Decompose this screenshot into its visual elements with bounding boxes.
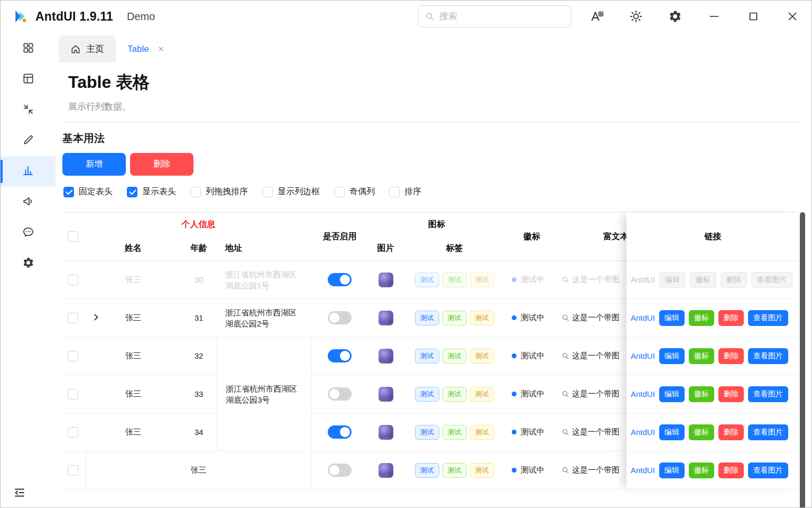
tag-gold: 测试 <box>470 349 494 364</box>
search-input[interactable] <box>439 11 565 22</box>
sidebar-item-dashboard[interactable] <box>1 33 56 64</box>
checkbox-checked-icon[interactable] <box>127 187 137 197</box>
enabled-switch[interactable] <box>328 425 352 439</box>
option-fixed-header[interactable]: 固定表头 <box>63 186 113 197</box>
select-cell <box>60 413 86 451</box>
view-image-button[interactable]: 查看图片 <box>751 272 792 288</box>
theme-light-icon[interactable] <box>624 5 648 28</box>
personal-info-group: 个人信息 姓名 年龄 地址 <box>86 213 311 260</box>
row-checkbox[interactable] <box>68 465 78 476</box>
badge-button[interactable]: 徽标 <box>689 348 714 364</box>
sidebar-item-layout[interactable] <box>1 64 56 95</box>
option-sort[interactable]: 排序 <box>389 186 421 197</box>
checkbox-icon[interactable] <box>190 187 201 197</box>
tab-close-icon[interactable] <box>158 46 164 52</box>
tab-table[interactable]: Table <box>116 35 176 62</box>
antdui-link[interactable]: AntdUI <box>631 428 655 437</box>
view-image-button[interactable]: 查看图片 <box>748 348 788 364</box>
tags-cell: 测试 测试 测试 <box>403 413 505 451</box>
row-checkbox[interactable] <box>68 427 78 438</box>
enabled-switch[interactable] <box>328 311 352 324</box>
edit-icon <box>22 134 34 148</box>
tag-green: 测试 <box>442 311 467 325</box>
row-checkbox[interactable] <box>68 351 78 361</box>
antdui-link[interactable]: AntdUI <box>631 275 655 284</box>
checkbox-icon[interactable] <box>262 187 273 197</box>
edit-button[interactable]: 编辑 <box>659 310 685 326</box>
sidebar-item-settings[interactable] <box>1 248 56 279</box>
checkbox-icon[interactable] <box>389 187 400 197</box>
delete-button[interactable]: 删除 <box>130 153 193 176</box>
delete-row-button[interactable]: 删除 <box>718 424 744 440</box>
add-button[interactable]: 新增 <box>62 153 126 176</box>
enabled-switch[interactable] <box>328 273 352 286</box>
minimize-button[interactable] <box>703 5 726 28</box>
app-subtitle: Demo <box>127 11 155 23</box>
edit-button[interactable]: 编辑 <box>659 348 685 364</box>
delete-row-button[interactable]: 删除 <box>718 348 744 364</box>
tag-blue: 测试 <box>415 273 439 287</box>
checkbox-icon[interactable] <box>334 187 345 197</box>
delete-row-button[interactable]: 删除 <box>718 310 744 326</box>
antdui-link[interactable]: AntdUI <box>631 389 655 398</box>
badge-button[interactable]: 徽标 <box>689 386 714 402</box>
tab-home[interactable]: 主页 <box>59 35 116 62</box>
enabled-switch[interactable] <box>328 349 352 362</box>
checkbox-checked-icon[interactable] <box>63 187 74 197</box>
badge-cell: 测试中 <box>505 299 558 337</box>
menu-collapse-button[interactable] <box>1 480 56 507</box>
tag-green: 测试 <box>442 425 467 440</box>
badge-button[interactable]: 徽标 <box>689 462 714 478</box>
select-all-checkbox[interactable] <box>68 231 78 242</box>
view-image-button[interactable]: 查看图片 <box>748 424 788 440</box>
edit-button[interactable]: 编辑 <box>659 272 686 288</box>
antdui-link[interactable]: AntdUI <box>631 351 655 360</box>
enabled-cell <box>311 451 368 489</box>
view-image-button[interactable]: 查看图片 <box>748 386 788 402</box>
bar-chart-icon <box>22 164 34 179</box>
expand-chevron-icon[interactable] <box>91 313 100 323</box>
font-size-icon[interactable] <box>585 5 608 28</box>
delete-row-button[interactable]: 删除 <box>718 462 744 478</box>
delete-row-button[interactable]: 删除 <box>718 386 744 402</box>
enabled-switch[interactable] <box>328 387 352 401</box>
sidebar-item-edit[interactable] <box>1 125 56 156</box>
close-button[interactable] <box>781 5 804 28</box>
edit-button[interactable]: 编辑 <box>659 386 685 402</box>
vertical-scrollbar[interactable] <box>800 212 805 507</box>
view-image-button[interactable]: 查看图片 <box>748 462 788 478</box>
edit-button[interactable]: 编辑 <box>659 424 685 440</box>
links-cell: AntdUI 编辑 徽标 删除 查看图片 <box>626 413 799 451</box>
gear-icon <box>22 257 34 271</box>
badge-dot-icon <box>512 430 516 434</box>
row-checkbox[interactable] <box>68 313 78 323</box>
option-column-border[interactable]: 显示列边框 <box>262 186 320 197</box>
view-image-button[interactable]: 查看图片 <box>748 310 788 326</box>
tag-gold: 测试 <box>470 425 494 440</box>
enabled-switch[interactable] <box>328 464 352 477</box>
sidebar-item-message[interactable] <box>1 217 56 248</box>
page-title: Table 表格 <box>68 71 811 94</box>
enabled-cell <box>311 261 368 299</box>
antdui-link[interactable]: AntdUI <box>631 313 655 322</box>
tabbar: 主页 Table <box>56 32 811 62</box>
search-box[interactable] <box>418 5 571 28</box>
option-show-header[interactable]: 显示表头 <box>127 186 176 197</box>
sidebar-item-notice[interactable] <box>1 187 56 217</box>
option-drag-sort[interactable]: 列拖拽排序 <box>190 186 248 197</box>
name-cell: 张三 <box>86 413 181 451</box>
badge-button[interactable]: 徽标 <box>689 424 714 440</box>
antdui-link[interactable]: AntdUI <box>631 466 655 475</box>
row-checkbox[interactable] <box>68 389 78 400</box>
row-checkbox[interactable] <box>68 275 78 285</box>
sidebar-item-compress[interactable] <box>1 95 56 125</box>
settings-icon[interactable] <box>663 5 687 28</box>
maximize-button[interactable] <box>742 5 765 28</box>
badge-button[interactable]: 徽标 <box>690 272 716 288</box>
badge-button[interactable]: 徽标 <box>689 310 714 326</box>
sidebar-item-chart[interactable] <box>1 156 56 187</box>
edit-button[interactable]: 编辑 <box>659 462 685 478</box>
tag-blue: 测试 <box>415 425 439 440</box>
delete-row-button[interactable]: 删除 <box>721 272 747 288</box>
option-zebra[interactable]: 奇偶列 <box>334 186 375 197</box>
